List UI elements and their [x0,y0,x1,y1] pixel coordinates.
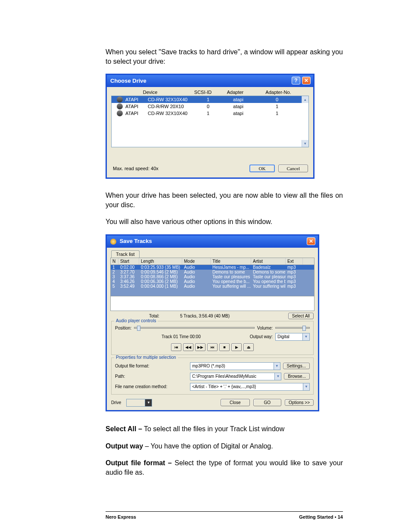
cancel-button[interactable]: Cancel [278,165,308,172]
desc-select-all: Select All – To select all the files in … [106,424,343,434]
track-table-header: N Start Length Mode Title Artist Ext [111,258,314,265]
col-mode[interactable]: Mode [182,258,211,264]
save-tracks-title: Save Tracks [110,238,152,245]
output-format-label: Output file format: [115,364,187,368]
output-format-select[interactable]: ▼ [190,362,280,370]
chevron-down-icon[interactable]: ▼ [274,362,280,370]
filename-method-select[interactable]: ▼ [190,383,310,391]
col-n[interactable]: N [111,258,118,264]
paragraph-intro: When you select "Save tracks to hard dri… [106,47,343,66]
drive-list[interactable]: ▴ ATAPICD-RW 32X10X401atapi0ATAPICD-R/RW… [111,96,309,147]
filename-method-label: File name creation method: [115,384,187,389]
track-row[interactable]: 23:27.700:00:09.546 (2 MB)AudioDemons to… [111,270,314,274]
desc-output-way: Output way – You have the option of Digi… [106,442,343,451]
save-tracks-titlebar: Save Tracks ✕ [107,236,318,248]
col-adapter: Adapter [216,90,255,95]
track-row[interactable]: 10:02.000:03:25.933 (35 MB)AudioHessiJam… [111,265,314,270]
col-adapter-no: Adapter-No. [255,90,302,95]
next-track-icon[interactable]: ⏭ [207,343,218,351]
choose-drive-title: Choose Drive [110,78,146,84]
volume-slider[interactable] [275,327,310,329]
choose-drive-dialog: Choose Drive ? ✕ Device SCSI-ID Adapter … [106,74,314,179]
drive-label: Drive [111,400,121,405]
paragraph-options: You will also have various other options… [106,217,343,227]
col-length[interactable]: Length [139,258,182,264]
path-value [190,373,275,380]
track-row[interactable]: 33:37.360:00:08.866 (2 MB)AudioTaste our… [111,274,314,279]
drive-select[interactable]: ▼ [126,399,152,407]
scroll-up-icon[interactable]: ▴ [302,96,308,103]
track-table: N Start Length Mode Title Artist Ext 10:… [110,258,314,296]
audio-player-group: Audio player controls Position: Volume: … [111,321,314,355]
paragraph-after-drive: When your drive has been selected, you a… [106,191,343,209]
save-tracks-footer: Drive ▼ Close GO Options >> [107,397,318,410]
close-button[interactable]: Close [221,399,250,406]
select-all-button[interactable]: Select All [288,313,314,319]
stop-icon[interactable]: ■ [219,343,230,351]
chevron-down-icon[interactable]: ▼ [275,373,281,380]
tab-track-list[interactable]: Track list [111,250,140,258]
desc-output-file-format: Output file format – Select the type of … [106,458,343,477]
drive-row[interactable]: ATAPICD-R/RW 20X100atapi1 [112,103,308,110]
position-slider[interactable] [134,327,255,329]
track-time: Track 01 Time 00:00 [115,334,247,339]
chevron-down-icon[interactable]: ▼ [145,399,152,407]
filename-method-value [190,383,303,391]
rewind-icon[interactable]: ◀◀ [183,343,193,351]
col-ext[interactable]: Ext [286,258,303,264]
footer-left: Nero Express [106,514,136,520]
footer-right: Getting Started • 14 [299,514,343,520]
scroll-down-icon[interactable]: ▾ [302,140,308,147]
prev-track-icon[interactable]: ⏮ [171,343,181,351]
properties-group: Properties for multiple selection Output… [111,358,314,395]
max-read-speed: Max. read speed: 40x [113,166,159,171]
col-artist[interactable]: Artist [251,258,286,264]
volume-label: Volume: [257,326,273,330]
path-select[interactable]: ▼ [190,373,281,380]
fast-forward-icon[interactable]: ▶▶ [195,343,206,351]
disc-icon [117,103,123,109]
col-title[interactable]: Title [211,258,251,264]
properties-group-title: Properties for multiple selection [114,355,178,360]
go-button[interactable]: GO [253,399,282,406]
choose-drive-titlebar: Choose Drive ? ✕ [107,75,313,87]
output-way-select[interactable]: ▼ [275,333,310,341]
ok-button[interactable]: OK [249,165,275,172]
track-row[interactable]: 43:46.260:00:06.306 (2 MB)AudioYou opene… [111,279,314,284]
help-icon[interactable]: ? [292,77,300,84]
options-button[interactable]: Options >> [285,399,314,406]
col-start[interactable]: Start [118,258,139,264]
output-way-value [275,333,303,341]
settings-button[interactable]: Settings... [283,363,310,369]
total-value: 5 Tracks, 3:56.49 (40 MB) [180,314,230,318]
output-way-label: Output way: [250,334,273,339]
player-buttons: ⏮ ◀◀ ▶▶ ⏭ ■ ▶ ⏏ [115,343,310,351]
track-table-body[interactable]: 10:02.000:03:25.933 (35 MB)AudioHessiJam… [111,265,314,296]
track-table-whitespace [110,296,314,311]
chevron-down-icon[interactable]: ▼ [303,383,310,391]
output-format-value [190,362,274,370]
col-scsi-id: SCSI-ID [190,90,216,95]
app-icon [110,239,116,245]
save-tracks-dialog: Save Tracks ✕ Track list N Start Length … [106,234,319,411]
audio-player-group-title: Audio player controls [114,318,158,323]
disc-icon [117,96,123,103]
disc-icon [117,110,123,116]
path-label: Path: [115,374,187,379]
col-device: Device [110,90,190,95]
total-label: Total: [149,314,159,318]
drive-column-headers: Device SCSI-ID Adapter Adapter-No. [107,87,313,96]
play-icon[interactable]: ▶ [231,343,242,351]
chevron-down-icon[interactable]: ▼ [303,333,310,341]
browse-button[interactable]: Browse... [284,373,310,380]
close-icon[interactable]: ✕ [302,77,311,84]
drive-row[interactable]: ATAPICD-RW 32X10X401atapi0 [112,96,308,103]
page-footer: Nero Express Getting Started • 14 [106,511,343,520]
track-row[interactable]: 53:52.490:00:04.000 (1 MB)AudioYour suff… [111,284,314,289]
position-label: Position: [115,326,131,330]
drive-row[interactable]: ATAPICD-RW 32X10X401atapi1 [112,110,308,117]
close-icon[interactable]: ✕ [307,237,315,245]
eject-icon[interactable]: ⏏ [243,343,254,351]
